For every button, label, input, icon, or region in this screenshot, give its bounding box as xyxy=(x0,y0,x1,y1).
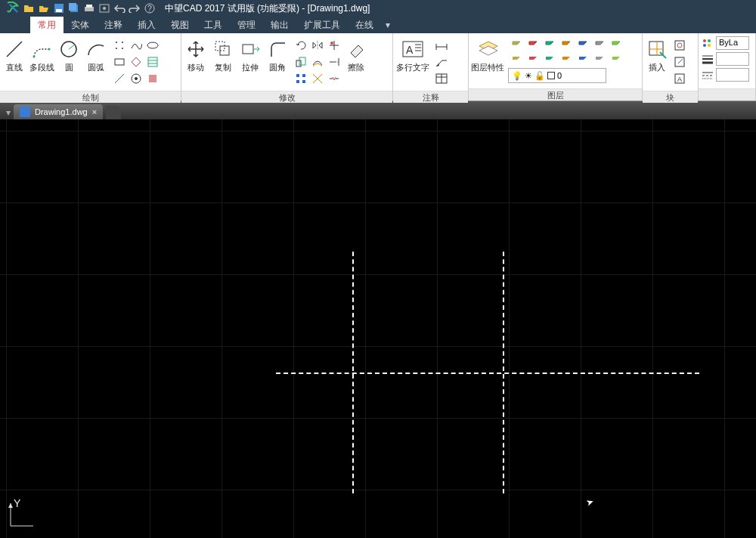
layer-prev-icon[interactable] xyxy=(591,38,606,51)
explode-icon[interactable] xyxy=(310,71,325,86)
layer-walk-icon[interactable] xyxy=(575,53,590,66)
save-icon[interactable] xyxy=(53,2,65,14)
layer-freeze-icon[interactable] xyxy=(525,38,540,51)
new-tab-button[interactable] xyxy=(106,106,121,119)
layer-combo[interactable]: 💡 ☀ 🔓 0 xyxy=(508,68,606,83)
menu-tools[interactable]: 工具 xyxy=(197,17,230,34)
donut-icon[interactable] xyxy=(129,71,144,86)
dimension-icon[interactable] xyxy=(434,38,449,53)
polyline-button[interactable]: 多段线 xyxy=(29,36,54,88)
tab-title: Drawing1.dwg xyxy=(35,107,88,116)
svg-rect-36 xyxy=(299,57,305,65)
title-bar: ? 中望CAD 2017 试用版 (功能受限) - [Drawing1.dwg] xyxy=(0,0,756,17)
layer-delete-icon[interactable] xyxy=(608,53,623,66)
point-icon[interactable] xyxy=(112,38,127,53)
svg-rect-57 xyxy=(675,41,684,50)
menu-manage[interactable]: 管理 xyxy=(230,17,263,34)
menu-online[interactable]: 在线 xyxy=(348,17,381,34)
fillet-button[interactable]: 圆角 xyxy=(265,36,290,88)
color-combo[interactable]: ByLa xyxy=(716,36,749,50)
layer-props-button[interactable]: 图层特性 xyxy=(470,36,505,85)
bulb-icon: 💡 xyxy=(512,71,522,81)
mirror-icon[interactable] xyxy=(310,38,325,53)
mtext-button[interactable]: A 多行文字 xyxy=(395,36,431,88)
lt-combo[interactable] xyxy=(716,68,749,82)
layer-merge-icon[interactable] xyxy=(591,53,606,66)
preview-icon[interactable] xyxy=(98,2,110,14)
menu-common[interactable]: 常用 xyxy=(30,17,64,34)
copy-button[interactable]: 复制 xyxy=(210,36,236,88)
break-icon[interactable] xyxy=(327,71,342,86)
layer-match-icon[interactable] xyxy=(575,38,590,51)
folder-icon[interactable] xyxy=(23,2,35,14)
menu-extend[interactable]: 扩展工具 xyxy=(296,17,348,34)
layer-uniso-icon[interactable] xyxy=(558,53,573,66)
menu-output[interactable]: 输出 xyxy=(263,17,296,34)
scale-icon[interactable] xyxy=(293,54,308,70)
make-block-icon[interactable] xyxy=(673,38,688,53)
svg-rect-20 xyxy=(115,59,124,65)
panel-label-annotate: 注释 xyxy=(393,91,468,103)
attr-block-icon[interactable]: A xyxy=(673,71,688,86)
array-icon[interactable] xyxy=(293,71,308,86)
polygon-icon[interactable] xyxy=(129,54,144,70)
rotate-icon[interactable] xyxy=(293,38,308,53)
layer-unlock-icon[interactable] xyxy=(541,53,556,66)
stretch-button[interactable]: 拉伸 xyxy=(237,36,263,88)
svg-point-58 xyxy=(677,43,682,48)
redo-icon[interactable] xyxy=(129,2,141,14)
leader-icon[interactable] xyxy=(434,54,449,70)
layer-controls: 💡 ☀ 🔓 0 xyxy=(507,36,624,85)
sun-icon: ☀ xyxy=(525,71,532,81)
line-button[interactable]: 直线 xyxy=(2,36,27,88)
offset-icon[interactable] xyxy=(310,54,325,70)
panel-label-layers: 图层 xyxy=(469,88,642,100)
extend-icon[interactable] xyxy=(327,54,342,70)
svg-point-64 xyxy=(703,44,706,47)
table-icon[interactable] xyxy=(434,71,449,86)
layer-off-icon[interactable] xyxy=(508,38,523,51)
layer-thaw-icon[interactable] xyxy=(525,53,540,66)
hatch-icon[interactable] xyxy=(145,54,160,70)
svg-text:A: A xyxy=(677,76,682,83)
menu-view[interactable]: 视图 xyxy=(163,17,197,34)
circle-button[interactable]: 圆 xyxy=(56,36,82,88)
ray-icon[interactable] xyxy=(112,71,127,86)
erase-button[interactable]: 擦除 xyxy=(345,36,367,88)
move-button[interactable]: 移动 xyxy=(183,36,209,88)
ucs-indicator: Y xyxy=(6,500,36,530)
region-icon[interactable] xyxy=(145,71,160,86)
layer-iso-icon[interactable] xyxy=(558,38,573,51)
ribbon: 直线 多段线 圆 圆弧 xyxy=(0,33,756,101)
tab-dropdown-icon[interactable]: ▾ xyxy=(6,107,11,118)
arc-button[interactable]: 圆弧 xyxy=(83,36,109,88)
help-icon[interactable]: ? xyxy=(144,2,156,14)
palette-icon xyxy=(702,38,714,48)
edit-block-icon[interactable] xyxy=(673,54,688,70)
document-tab[interactable]: Drawing1.dwg × xyxy=(14,104,103,119)
layer-state-icon[interactable] xyxy=(608,38,623,51)
trim-icon[interactable] xyxy=(327,38,342,53)
svg-point-18 xyxy=(122,48,123,49)
menu-annotate[interactable]: 注释 xyxy=(97,17,130,34)
panel-draw: 直线 多段线 圆 圆弧 xyxy=(0,33,181,100)
insert-block-button[interactable]: 插入 xyxy=(644,36,670,88)
menu-insert[interactable]: 插入 xyxy=(130,17,163,34)
svg-rect-40 xyxy=(296,74,299,77)
print-icon[interactable] xyxy=(83,2,95,14)
spline-icon[interactable] xyxy=(129,38,144,53)
lw-combo[interactable] xyxy=(716,52,749,66)
layer-lock-icon[interactable] xyxy=(541,38,556,51)
chevron-down-icon[interactable]: ▾ xyxy=(386,20,390,30)
drawing-canvas[interactable]: ➤ Y xyxy=(0,119,756,538)
rect-icon[interactable] xyxy=(112,54,127,70)
svg-point-34 xyxy=(330,42,333,45)
ellipse-icon[interactable] xyxy=(145,38,160,53)
close-icon[interactable]: × xyxy=(92,107,97,116)
svg-rect-42 xyxy=(296,80,299,83)
folder-open-icon[interactable] xyxy=(38,2,50,14)
undo-icon[interactable] xyxy=(113,2,125,14)
menu-solid[interactable]: 实体 xyxy=(64,17,97,34)
layer-on-icon[interactable] xyxy=(508,53,523,66)
saveall-icon[interactable] xyxy=(68,2,80,14)
